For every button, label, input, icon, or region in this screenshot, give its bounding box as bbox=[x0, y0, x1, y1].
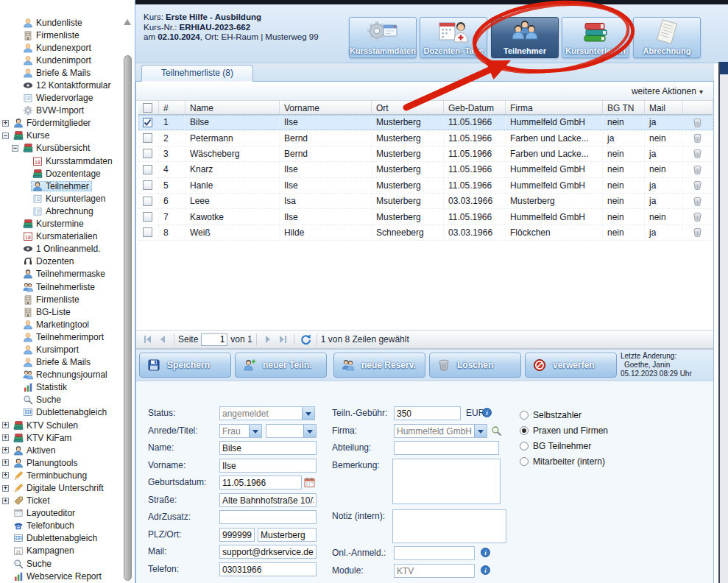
input-ort[interactable] bbox=[258, 528, 317, 542]
last-page-icon[interactable] bbox=[275, 332, 290, 347]
sidebar-item-dublettenabgleich[interactable]: Dublettenabgleich bbox=[0, 532, 123, 545]
row-checkbox-cell[interactable] bbox=[138, 225, 159, 240]
sidebar-item-marketingtool[interactable]: Marketingtool bbox=[0, 318, 123, 331]
select-status[interactable]: angemeldet bbox=[219, 406, 315, 420]
collapsed-panel-header[interactable] bbox=[720, 62, 728, 74]
sidebar-item-kampagnen[interactable]: 21Kampagnen bbox=[0, 545, 123, 557]
row-checkbox[interactable] bbox=[143, 227, 152, 237]
input-straße[interactable] bbox=[219, 493, 317, 507]
sidebar-item-kurstermine[interactable]: Kurstermine bbox=[0, 218, 123, 230]
textarea-notiz-intern[interactable] bbox=[392, 509, 506, 543]
chevron-down-icon[interactable] bbox=[474, 425, 487, 437]
toolbar-button-teilnehmer[interactable]: Teilnehmer bbox=[491, 17, 559, 58]
sidebar-item-ktv-kifam[interactable]: +KTV KiFam bbox=[0, 431, 123, 444]
sidebar-item-kursunterlagen[interactable]: Kursunterlagen bbox=[0, 192, 123, 205]
tree-expander[interactable]: + bbox=[2, 472, 12, 478]
tree-expander-box[interactable]: − bbox=[2, 132, 9, 139]
column-header-geb-datum[interactable]: Geb-Datum bbox=[444, 101, 506, 114]
action-button-neue-reserv[interactable]: neue Reserv. bbox=[333, 353, 425, 378]
tree-expander[interactable]: + bbox=[2, 434, 12, 441]
sidebar-item-kundenliste[interactable]: Kundenliste bbox=[0, 16, 123, 29]
tree-expander-box[interactable]: + bbox=[2, 422, 9, 428]
column-header-bg-tn[interactable]: BG TN bbox=[603, 101, 645, 114]
next-page-icon[interactable] bbox=[261, 332, 275, 347]
chevron-down-icon[interactable] bbox=[303, 425, 316, 437]
tree-expander[interactable]: + bbox=[2, 485, 12, 492]
trash-icon[interactable] bbox=[692, 164, 703, 175]
tree-expander-box[interactable]: + bbox=[2, 120, 9, 127]
tree-expander-box[interactable]: + bbox=[2, 472, 9, 478]
input-vorname[interactable] bbox=[219, 459, 317, 473]
toolbar-button-kursunterlagen[interactable]: Kursunterlagen bbox=[562, 17, 629, 58]
info-icon[interactable]: i bbox=[481, 548, 490, 557]
row-delete-cell[interactable] bbox=[683, 194, 713, 208]
row-checkbox-cell[interactable] bbox=[138, 178, 159, 193]
row-delete-cell[interactable] bbox=[683, 130, 713, 145]
sidebar-item-1-onlineanmeld[interactable]: 1 Onlineanmeld. bbox=[0, 243, 123, 255]
sidebar-item-kursmaterialien[interactable]: 18Kursmaterialien bbox=[0, 230, 123, 243]
chevron-down-icon[interactable] bbox=[302, 407, 314, 420]
chevron-down-icon[interactable] bbox=[249, 425, 261, 437]
row-checkbox-cell[interactable] bbox=[138, 130, 159, 145]
action-button-löschen[interactable]: Löschen bbox=[429, 353, 521, 378]
toolbar-button-dozenten-tage[interactable]: Dozenten- Tage bbox=[420, 17, 487, 58]
sidebar-item-suche[interactable]: Suche bbox=[0, 557, 123, 570]
row-delete-cell[interactable] bbox=[683, 178, 713, 193]
column-header-[interactable]: # bbox=[159, 101, 185, 114]
search-icon[interactable] bbox=[491, 425, 502, 437]
date-picker-icon[interactable] bbox=[304, 477, 315, 488]
input-name[interactable] bbox=[219, 441, 317, 455]
table-row[interactable]: 8WeißHildeSchneeberg03.03.1966Flöckchenn… bbox=[138, 225, 713, 241]
column-header-vorname[interactable]: Vorname bbox=[280, 101, 372, 114]
tab-teilnehmerliste[interactable]: Teilnehmerliste (8) bbox=[141, 65, 253, 82]
sidebar-item-telefonbuch[interactable]: Telefonbuch bbox=[0, 520, 123, 532]
tree-expander[interactable]: − bbox=[12, 145, 21, 152]
sidebar-item-wiedervorlage[interactable]: Wiedervorlage bbox=[0, 92, 123, 105]
sidebar-item-webservice-report[interactable]: Webservice Report bbox=[0, 570, 123, 582]
sidebar-item-firmenliste[interactable]: Firmenliste bbox=[0, 293, 123, 305]
select-firma[interactable]: Hummelfeld GmbH bbox=[394, 424, 487, 438]
input-onl-anmeld[interactable] bbox=[394, 546, 475, 560]
tree-expander[interactable]: + bbox=[2, 447, 12, 453]
tree-expander-box[interactable]: + bbox=[2, 498, 9, 504]
row-delete-cell[interactable] bbox=[683, 162, 713, 177]
table-row[interactable]: 6LeeeIsaMsuterberg03.03.1966Musterbergne… bbox=[138, 194, 713, 209]
sidebar-item-kundenimport[interactable]: Kundenimport bbox=[0, 54, 123, 66]
sidebar-item-firmenliste[interactable]: Firmenliste bbox=[0, 29, 123, 41]
page-number-input[interactable] bbox=[201, 333, 227, 346]
sidebar-item-kundenexport[interactable]: Kundenexport bbox=[0, 41, 123, 54]
row-checkbox[interactable] bbox=[143, 133, 152, 143]
select-anrede[interactable]: Frau bbox=[219, 424, 262, 438]
tree-expander[interactable]: − bbox=[2, 132, 12, 139]
column-header-firma[interactable]: Firma bbox=[506, 101, 603, 114]
table-row[interactable]: 4KnarzIlseMusterberg11.05.1966Hummelfeld… bbox=[138, 162, 713, 177]
sidebar-item-aktiven[interactable]: +Aktiven bbox=[0, 444, 123, 456]
sidebar-item-statistik[interactable]: Statistik bbox=[0, 381, 123, 394]
trash-icon[interactable] bbox=[692, 132, 703, 144]
column-header-ort[interactable]: Ort bbox=[372, 101, 444, 114]
input-teiln-gebühr[interactable] bbox=[394, 406, 461, 420]
sidebar-item-teilnehmerliste[interactable]: Teilnehmerliste bbox=[0, 280, 123, 293]
sidebar-item-dozententage[interactable]: Dozententage bbox=[0, 167, 123, 180]
sidebar-item-ktv-schulen[interactable]: +KTV Schulen bbox=[0, 419, 123, 431]
row-checkbox[interactable] bbox=[143, 165, 152, 174]
sidebar-item-kursimport[interactable]: Kursimport bbox=[0, 343, 123, 356]
sidebar-item-planungtools[interactable]: +Planungtools bbox=[0, 456, 123, 469]
radio-praxen-und-firmen[interactable] bbox=[520, 426, 529, 435]
sidebar-item-12-kontaktformular[interactable]: 12 Kontaktformular bbox=[0, 79, 123, 91]
sidebar-item-suche[interactable]: Suche bbox=[0, 394, 123, 406]
sidebar-item-kurse[interactable]: −Kurse bbox=[0, 130, 123, 142]
tree-expander[interactable]: + bbox=[2, 498, 12, 504]
radio-bg-teilnehmer[interactable] bbox=[520, 442, 529, 451]
radio-selbstzahler[interactable] bbox=[520, 411, 529, 420]
row-checkbox-cell[interactable] bbox=[138, 115, 159, 130]
column-header-name[interactable]: Name bbox=[185, 101, 280, 114]
scrollbar-up-icon[interactable] bbox=[124, 19, 131, 25]
prev-page-icon[interactable] bbox=[155, 332, 170, 347]
action-button-verwerfen[interactable]: verwerfen bbox=[525, 353, 617, 378]
row-delete-cell[interactable] bbox=[683, 225, 713, 240]
textarea-bemerkung[interactable] bbox=[392, 459, 501, 504]
sidebar-item-bvw-import[interactable]: BVW-Import bbox=[0, 105, 123, 117]
select-titel[interactable] bbox=[266, 424, 317, 438]
sidebar-item-kursstammdaten[interactable]: 18Kursstammdaten bbox=[0, 155, 123, 167]
